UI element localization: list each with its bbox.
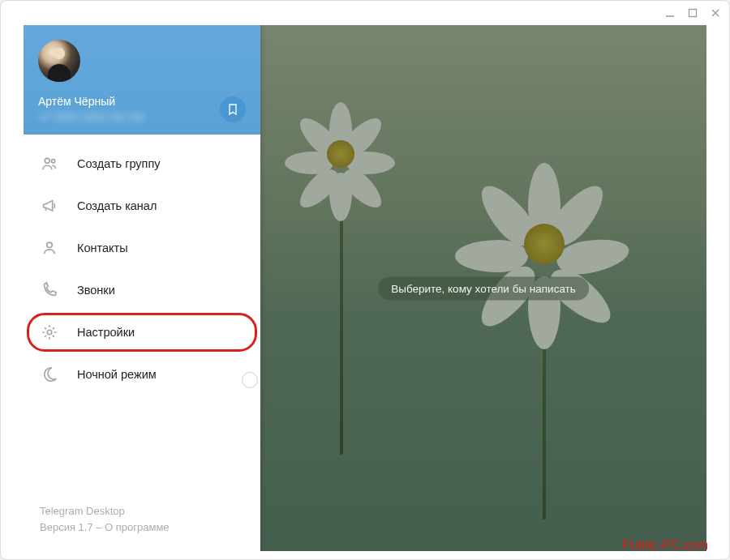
menu-item-new-group[interactable]: Создать группу: [24, 143, 260, 185]
footer-app-name: Telegram Desktop: [40, 503, 244, 519]
minimize-button[interactable]: [664, 7, 676, 19]
menu-item-label: Создать канал: [77, 199, 157, 212]
footer-version[interactable]: Версия 1.7 – О программе: [40, 519, 244, 536]
menu-item-calls[interactable]: Звонки: [24, 269, 260, 311]
menu-item-label: Звонки: [77, 284, 115, 297]
moon-icon: [40, 365, 59, 384]
svg-point-6: [47, 242, 52, 247]
person-icon: [40, 238, 59, 258]
menu-item-new-channel[interactable]: Создать канал: [24, 185, 260, 227]
avatar[interactable]: [38, 40, 80, 82]
user-name: Артём Чёрный: [38, 95, 145, 108]
gear-icon: [40, 323, 59, 342]
svg-rect-1: [689, 10, 697, 17]
menu-item-label: Контакты: [77, 242, 128, 254]
svg-point-5: [51, 160, 54, 163]
titlebar: [1, 1, 729, 25]
bookmark-icon: [226, 103, 239, 116]
menu-item-settings[interactable]: Настройки: [24, 311, 260, 353]
menu-item-contacts[interactable]: Контакты: [24, 227, 260, 269]
menu-item-label: Ночной режим: [77, 368, 157, 381]
user-phone: +7 XXX XXX XX XX: [38, 111, 145, 123]
menu-item-label: Настройки: [77, 326, 135, 339]
watermark: Public-PC.com: [622, 538, 708, 553]
app-window: Артём Чёрный +7 XXX XXX XX XX Создать гр…: [0, 0, 730, 560]
menu-item-night-mode[interactable]: Ночной режим: [24, 353, 260, 395]
menu-header: Артём Чёрный +7 XXX XXX XX XX: [24, 25, 260, 135]
phone-icon: [40, 280, 59, 300]
svg-point-7: [47, 330, 52, 335]
menu-footer: Telegram Desktop Версия 1.7 – О программ…: [24, 503, 260, 551]
empty-chat-placeholder: Выберите, кому хотели бы написать: [378, 276, 589, 300]
menu-item-label: Создать группу: [77, 157, 161, 170]
menu-list: Создать группу Создать канал Контакты: [24, 135, 260, 503]
app-body: Артём Чёрный +7 XXX XXX XX XX Создать гр…: [24, 25, 706, 551]
group-icon: [40, 154, 59, 173]
svg-point-4: [45, 158, 49, 163]
megaphone-icon: [40, 196, 59, 216]
close-button[interactable]: [710, 7, 721, 19]
side-menu: Артём Чёрный +7 XXX XXX XX XX Создать гр…: [24, 25, 260, 551]
saved-messages-button[interactable]: [220, 96, 246, 122]
chat-area: Выберите, кому хотели бы написать: [260, 25, 706, 551]
maximize-button[interactable]: [687, 7, 698, 19]
